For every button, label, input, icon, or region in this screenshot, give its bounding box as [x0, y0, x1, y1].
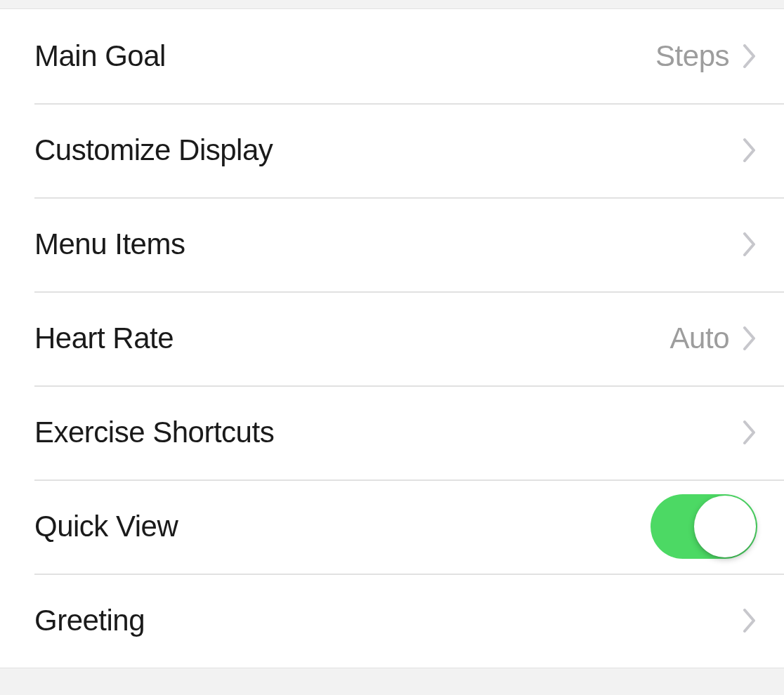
row-quick-view[interactable]: Quick View	[0, 479, 784, 574]
top-spacer	[0, 0, 784, 8]
row-label-quick-view: Quick View	[34, 510, 651, 543]
row-customize-display[interactable]: Customize Display	[0, 103, 784, 197]
chevron-right-icon	[742, 325, 757, 352]
row-label-main-goal: Main Goal	[34, 39, 655, 73]
chevron-right-icon	[742, 607, 757, 634]
chevron-right-icon	[742, 43, 757, 70]
chevron-right-icon	[742, 231, 757, 258]
row-greeting[interactable]: Greeting	[0, 574, 784, 668]
row-heart-rate[interactable]: Heart Rate Auto	[0, 291, 784, 385]
row-label-heart-rate: Heart Rate	[34, 322, 670, 355]
row-exercise-shortcuts[interactable]: Exercise Shortcuts	[0, 385, 784, 479]
row-label-customize-display: Customize Display	[34, 133, 742, 167]
bottom-spacer	[0, 668, 784, 680]
chevron-right-icon	[742, 137, 757, 164]
row-main-goal[interactable]: Main Goal Steps	[0, 9, 784, 103]
settings-list: Main Goal Steps Customize Display Menu I…	[0, 8, 784, 668]
settings-screen: Main Goal Steps Customize Display Menu I…	[0, 0, 784, 695]
row-menu-items[interactable]: Menu Items	[0, 197, 784, 291]
quick-view-toggle[interactable]	[651, 494, 757, 559]
chevron-right-icon	[742, 419, 757, 446]
row-value-heart-rate: Auto	[670, 322, 729, 355]
row-label-menu-items: Menu Items	[34, 227, 742, 261]
toggle-knob	[694, 496, 756, 557]
row-value-main-goal: Steps	[655, 39, 729, 73]
row-label-greeting: Greeting	[34, 604, 742, 637]
row-label-exercise-shortcuts: Exercise Shortcuts	[34, 416, 742, 449]
